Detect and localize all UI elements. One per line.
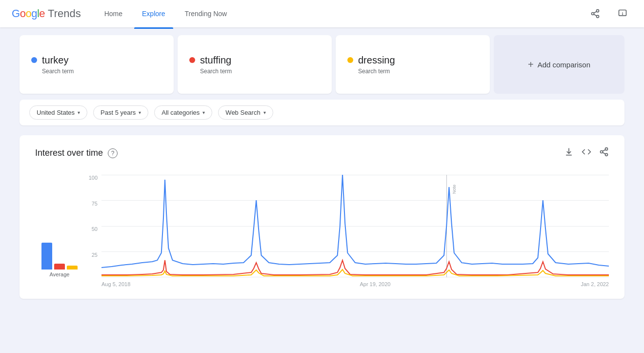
feedback-button[interactable] — [613, 4, 632, 23]
avg-bar-stuffing — [54, 264, 65, 270]
google-wordmark: Google — [12, 7, 45, 20]
add-comparison-label: Add comparison — [538, 61, 590, 69]
stuffing-type: Search term — [200, 68, 320, 75]
chevron-down-icon: ▾ — [139, 110, 141, 115]
download-icon[interactable] — [564, 147, 574, 159]
logo: Google Trends — [12, 7, 81, 20]
share-button[interactable] — [585, 4, 605, 23]
nav: Home Explore Trending Now — [97, 7, 585, 21]
y-label-75: 75 — [84, 201, 98, 207]
nav-home[interactable]: Home — [97, 7, 130, 21]
turkey-term: turkey — [42, 55, 68, 66]
search-term-card-stuffing[interactable]: stuffing Search term — [178, 35, 332, 94]
turkey-dot — [31, 57, 37, 63]
dressing-title-row: dressing — [347, 55, 478, 66]
search-term-card-dressing[interactable]: dressing Search term — [336, 35, 490, 94]
svg-point-0 — [597, 10, 599, 12]
svg-point-7 — [623, 14, 623, 15]
stuffing-title-row: stuffing — [189, 55, 320, 66]
filter-categories[interactable]: All categories ▾ — [154, 105, 212, 120]
svg-point-9 — [605, 148, 608, 150]
main-content: turkey Search term stuffing Search term … — [0, 27, 644, 307]
y-label-50: 50 — [84, 226, 98, 232]
svg-point-10 — [601, 151, 603, 153]
filter-categories-label: All categories — [161, 109, 200, 116]
filter-country-label: United States — [37, 109, 75, 116]
x-label-2022: Jan 2, 2022 — [581, 281, 609, 287]
nav-trending-now[interactable]: Trending Now — [177, 7, 235, 21]
chart-x-labels: Aug 5, 2018 Apr 19, 2020 Jan 2, 2022 — [101, 281, 609, 287]
embed-icon[interactable] — [582, 147, 591, 159]
chart-section: Interest over time ? — [20, 135, 624, 299]
trends-wordmark: Trends — [48, 7, 81, 20]
filter-period-label: Past 5 years — [101, 109, 136, 116]
chart-svg — [101, 175, 609, 277]
turkey-line — [101, 175, 609, 268]
y-label-100: 100 — [84, 175, 98, 181]
chevron-down-icon: ▾ — [202, 110, 205, 115]
stuffing-dot — [189, 57, 195, 63]
filter-search-type-label: Web Search — [225, 109, 260, 116]
filters-row: United States ▾ Past 5 years ▾ All categ… — [20, 100, 624, 125]
search-terms-row: turkey Search term stuffing Search term … — [20, 35, 624, 94]
dressing-type: Search term — [358, 68, 478, 75]
x-label-2018: Aug 5, 2018 — [101, 281, 130, 287]
turkey-type: Search term — [42, 68, 162, 75]
dressing-dot — [347, 57, 353, 63]
nav-explore[interactable]: Explore — [134, 7, 173, 21]
chart-header: Interest over time ? — [35, 147, 609, 159]
chart-plot-area: Note Aug 5, 2018 — [101, 175, 609, 287]
svg-line-12 — [603, 152, 605, 154]
filter-country[interactable]: United States ▾ — [29, 105, 87, 120]
svg-point-2 — [597, 15, 599, 18]
chart-title: Interest over time — [35, 148, 103, 158]
search-term-card-turkey[interactable]: turkey Search term — [20, 35, 174, 94]
chevron-down-icon: ▾ — [78, 110, 80, 115]
chart-legend-avg: Average — [35, 240, 84, 287]
help-icon[interactable]: ? — [108, 148, 118, 158]
filter-period[interactable]: Past 5 years ▾ — [93, 105, 148, 120]
filter-search-type[interactable]: Web Search ▾ — [218, 105, 273, 120]
stuffing-term: stuffing — [200, 55, 231, 66]
avg-bars — [41, 240, 78, 270]
svg-point-11 — [605, 153, 608, 156]
chart-actions — [564, 147, 609, 159]
chart-share-icon[interactable] — [599, 147, 609, 159]
chart-main: 100 75 50 25 — [84, 175, 609, 287]
svg-point-1 — [592, 13, 594, 15]
svg-line-4 — [594, 11, 597, 13]
header-actions — [585, 4, 632, 23]
avg-bar-dressing — [67, 266, 78, 270]
dressing-term: dressing — [358, 55, 395, 66]
plus-icon: + — [528, 59, 534, 70]
chart-container: Average 100 75 50 25 — [35, 175, 609, 287]
chevron-down-icon: ▾ — [263, 110, 266, 115]
avg-label: Average — [50, 271, 70, 277]
chart-title-row: Interest over time ? — [35, 148, 118, 158]
svg-line-3 — [594, 14, 597, 16]
header: Google Trends Home Explore Trending Now — [0, 0, 644, 27]
y-label-25: 25 — [84, 252, 98, 258]
turkey-title-row: turkey — [31, 55, 162, 66]
x-label-2020: Apr 19, 2020 — [360, 281, 390, 287]
avg-bar-turkey — [41, 243, 52, 270]
svg-line-13 — [603, 149, 605, 151]
add-comparison-card[interactable]: + Add comparison — [494, 35, 624, 94]
